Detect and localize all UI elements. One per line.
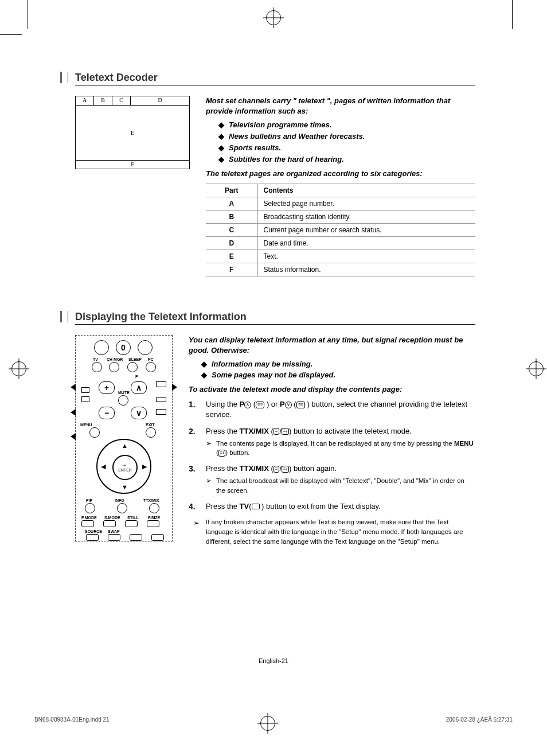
tv-icon bbox=[252, 504, 260, 509]
teletext-icon: ≡? bbox=[256, 402, 264, 408]
teletext-icon: ≡ bbox=[274, 428, 280, 435]
pointer-icon bbox=[71, 409, 76, 416]
volume-down-icon: − bbox=[99, 407, 115, 419]
power-button-icon bbox=[94, 340, 109, 355]
table-header: Part bbox=[206, 184, 257, 197]
label-ttxmix: TTX/MIX bbox=[143, 498, 159, 502]
extra-button-icon bbox=[151, 534, 164, 541]
volume-up-icon: + bbox=[99, 381, 115, 394]
menu-button-icon bbox=[89, 427, 100, 438]
label-smode: S.MODE bbox=[104, 516, 120, 520]
teletext-button-icon bbox=[138, 340, 153, 355]
bullet-item: Some pages may not be displayed. bbox=[201, 371, 475, 379]
diagram-cell-a: A bbox=[76, 96, 94, 105]
bullet-list: Television programme times. News bulleti… bbox=[218, 120, 475, 163]
registration-mark-icon bbox=[266, 10, 281, 25]
label-still: STILL bbox=[127, 516, 138, 520]
diagram-cell-f: F bbox=[76, 161, 189, 169]
smode-button-icon bbox=[103, 520, 116, 527]
crop-mark bbox=[512, 0, 513, 29]
table-row: DDate and time. bbox=[206, 237, 475, 250]
psize-button-icon bbox=[147, 520, 159, 527]
diagram-cell-b: B bbox=[94, 96, 112, 105]
intro-text: Most set channels carry " teletext ", pa… bbox=[206, 96, 475, 116]
teletext-layout-diagram: A B C D E F bbox=[75, 96, 190, 276]
source-button-icon bbox=[86, 534, 99, 541]
table-row: EText. bbox=[206, 250, 475, 263]
table-row: FStatus information. bbox=[206, 263, 475, 276]
crop-mark bbox=[0, 34, 22, 35]
channel-up-icon: ∧ bbox=[131, 381, 147, 394]
label-source: SOURCE bbox=[85, 529, 102, 533]
teletext-mix-icon: ≡/ bbox=[282, 466, 289, 473]
pc-button-icon bbox=[146, 362, 156, 372]
color-dots-icon bbox=[81, 387, 89, 393]
parts-table: Part Contents ASelected page number. BBr… bbox=[206, 184, 475, 276]
step-sub: The actual broadcast will be displayed w… bbox=[206, 476, 475, 495]
arrow-up-icon: ▲ bbox=[122, 442, 128, 449]
step-item: Press the TTX/MIX (≡/≡/) button again. T… bbox=[189, 463, 475, 496]
info-button-icon bbox=[117, 503, 127, 513]
title-bar-icon bbox=[60, 311, 68, 322]
ttxmix-button-icon bbox=[149, 503, 159, 513]
step-item: Press the TTX/MIX (≡/≡/) button to activ… bbox=[189, 426, 475, 458]
label-mute: MUTE bbox=[118, 391, 130, 395]
enter-button-icon: ↵ ENTER bbox=[112, 455, 138, 480]
side-button-icon bbox=[156, 398, 166, 402]
channel-down-icon: ∨ bbox=[131, 407, 147, 419]
activate-line: To activate the teletext mode and displa… bbox=[189, 385, 475, 393]
pmode-button-icon bbox=[81, 520, 94, 527]
teletext-mix-icon: ≡/ bbox=[282, 428, 289, 435]
diagram-cell-d: D bbox=[131, 96, 189, 105]
page-number: English-21 bbox=[0, 657, 547, 664]
label-pc: PC bbox=[148, 357, 154, 361]
chmgr-button-icon bbox=[109, 362, 119, 372]
intro-text: You can display teletext information at … bbox=[189, 335, 475, 355]
table-row: ASelected page number. bbox=[206, 197, 475, 211]
section-header: Displaying the Teletext Information bbox=[60, 311, 475, 323]
teletext-icon: ≡ bbox=[274, 466, 280, 473]
label-p: P bbox=[135, 375, 138, 379]
down-icon: ∨ bbox=[285, 402, 292, 408]
table-row: BBroadcasting station identity. bbox=[206, 211, 475, 224]
crop-mark bbox=[28, 0, 28, 29]
mute-button-icon bbox=[118, 395, 128, 406]
diagram-cell-e: E bbox=[76, 106, 189, 161]
side-button-icon bbox=[156, 409, 166, 415]
label-exit: EXIT bbox=[146, 423, 155, 427]
bullet-list: Information may be missing. Some pages m… bbox=[201, 360, 475, 379]
registration-mark-icon bbox=[529, 361, 544, 376]
label-sleep: SLEEP bbox=[128, 357, 142, 361]
remote-control-diagram: 0 TV CH MGR SLEEP PC P + − ∧ ∨ MUTE bbox=[75, 335, 173, 541]
still-button-icon bbox=[125, 520, 138, 527]
label-menu: MENU bbox=[80, 423, 92, 427]
step-sub: The contents page is displayed. It can b… bbox=[206, 439, 475, 458]
bullet-item: Sports results. bbox=[218, 143, 475, 152]
label-psize: P.SIZE bbox=[148, 516, 160, 520]
dpad-icon: ▲ ▼ ◀ ▶ ↵ ENTER bbox=[96, 439, 151, 494]
table-header: Contents bbox=[257, 184, 475, 197]
label-chmgr: CH MGR bbox=[107, 357, 123, 361]
label-swap: SWAP bbox=[108, 529, 120, 533]
section-title: Displaying the Teletext Information bbox=[75, 311, 247, 323]
pointer-icon bbox=[71, 433, 76, 440]
label-pip: PIP bbox=[86, 498, 92, 502]
footer-meta: BN68-00983A-01Eng.indd 21 2006-02-28 ¿ÀÈ… bbox=[34, 716, 513, 723]
label-pmode: P.MODE bbox=[81, 516, 97, 520]
section-header: Teletext Decoder bbox=[60, 72, 475, 84]
registration-mark-icon bbox=[11, 361, 26, 376]
footer-file: BN68-00983A-01Eng.indd 21 bbox=[34, 716, 110, 723]
tv-button-icon bbox=[92, 362, 102, 372]
menu-icon: ≡i bbox=[218, 450, 225, 457]
pointer-icon bbox=[172, 384, 177, 391]
section-title: Teletext Decoder bbox=[75, 72, 158, 84]
title-bar-icon bbox=[60, 72, 68, 83]
note-block: If any broken character appears while Te… bbox=[189, 517, 475, 547]
footer-timestamp: 2006-02-28 ¿ÀÈÄ 5:27:31 bbox=[446, 716, 513, 723]
label-tv: TV bbox=[93, 357, 98, 361]
color-dots-icon bbox=[81, 396, 89, 402]
exit-button-icon bbox=[146, 427, 156, 438]
bullet-item: Information may be missing. bbox=[201, 360, 475, 368]
bullet-item: News bulletins and Weather forecasts. bbox=[218, 132, 475, 141]
arrow-down-icon: ▼ bbox=[122, 484, 128, 490]
